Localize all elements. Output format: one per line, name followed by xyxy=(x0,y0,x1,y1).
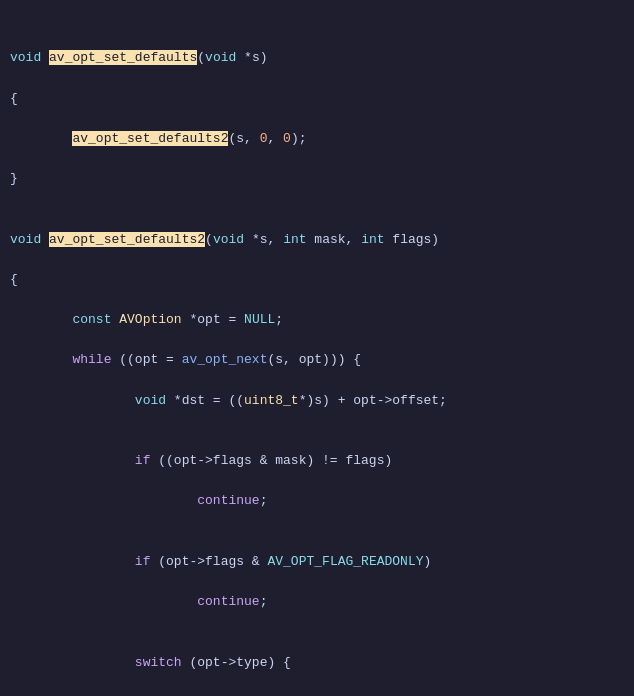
line-2: { xyxy=(0,89,634,109)
line-8: const AVOption *opt = NULL; xyxy=(0,310,634,330)
code-viewer: void av_opt_set_defaults(void *s) { av_o… xyxy=(0,0,634,696)
line-10: void *dst = ((uint8_t*)s) + opt->offset; xyxy=(0,391,634,411)
line-12: if ((opt->flags & mask) != flags) xyxy=(0,451,634,471)
line-15: if (opt->flags & AV_OPT_FLAG_READONLY) xyxy=(0,552,634,572)
line-9: while ((opt = av_opt_next(s, opt))) { xyxy=(0,350,634,370)
line-18: switch (opt->type) { xyxy=(0,653,634,673)
line-3: av_opt_set_defaults2(s, 0, 0); xyxy=(0,129,634,149)
line-6: void av_opt_set_defaults2(void *s, int m… xyxy=(0,230,634,250)
line-13: continue; xyxy=(0,491,634,511)
line-16: continue; xyxy=(0,592,634,612)
line-1: void av_opt_set_defaults(void *s) xyxy=(0,48,634,68)
line-4: } xyxy=(0,169,634,189)
line-7: { xyxy=(0,270,634,290)
